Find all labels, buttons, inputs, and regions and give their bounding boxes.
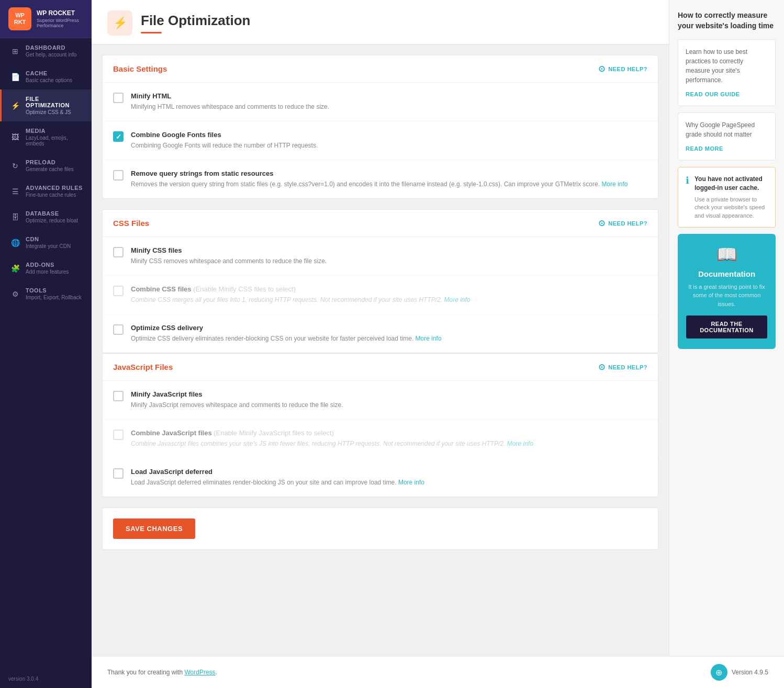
- info-icon: ℹ: [686, 175, 689, 220]
- right-sidebar: How to correctly measure your website's …: [669, 0, 784, 656]
- cdn-icon: 🌐: [10, 239, 20, 247]
- tip1-link[interactable]: READ OUR GUIDE: [686, 91, 740, 97]
- option-row-combine-google-fonts: Combine Google Fonts filesCombining Goog…: [103, 121, 658, 160]
- option-desc-combine-js: Combine Javascript files combines your s…: [131, 439, 533, 448]
- option-row-minify-html: Minify HTMLMinifying HTML removes whites…: [103, 83, 658, 121]
- page-body: ⚡ File Optimization Basic Settings ⊙ NEE…: [92, 0, 669, 656]
- save-changes-button[interactable]: SAVE CHANGES: [113, 518, 195, 539]
- option-row-combine-css: Combine CSS files (Enable Minify CSS fil…: [103, 276, 658, 314]
- option-title-combine-css: Combine CSS files (Enable Minify CSS fil…: [131, 285, 471, 293]
- option-desc-minify-html: Minifying HTML removes whitespace and co…: [131, 102, 329, 111]
- main-content: ⚡ File Optimization Basic Settings ⊙ NEE…: [92, 0, 784, 688]
- option-title-load-js-deferred: Load JavaScript deferred: [131, 468, 424, 476]
- js-help-icon: ⊙: [598, 362, 606, 372]
- option-desc-optimize-css-delivery: Optimize CSS delivery eliminates render-…: [131, 334, 442, 343]
- checkbox-combine-css[interactable]: [113, 286, 124, 296]
- sidebar-item-advanced-rules[interactable]: ☰ ADVANCED RULES Fine-tune cache rules: [0, 178, 92, 204]
- sidebar-logo: WPRKT WP ROCKET Superior WordPress Perfo…: [0, 0, 92, 38]
- js-files-title: JavaScript Files: [113, 363, 173, 371]
- sidebar-version: version 3.0.4: [0, 670, 92, 688]
- basic-settings-title: Basic Settings: [113, 64, 167, 73]
- basic-settings-section: Basic Settings ⊙ NEED HELP? Minify HTMLM…: [102, 55, 658, 199]
- footer-text: Thank you for creating with WordPress.: [107, 669, 217, 676]
- checkbox-remove-query-strings[interactable]: [113, 170, 124, 181]
- doc-title: Documentation: [686, 269, 767, 278]
- sidebar-item-database[interactable]: 🗄 DATABASE Optimize, reduce bloat: [0, 204, 92, 230]
- option-row-load-js-deferred: Load JavaScript deferredLoad JavaScript …: [103, 458, 658, 497]
- option-title-combine-google-fonts: Combine Google Fonts files: [131, 131, 318, 139]
- css-help-icon: ⊙: [598, 218, 606, 228]
- basic-settings-need-help[interactable]: ⊙ NEED HELP?: [598, 64, 647, 74]
- page-header-icon: ⚡: [107, 10, 132, 36]
- file-optimization-icon: ⚡: [113, 16, 127, 30]
- tools-icon: ⚙: [10, 290, 20, 298]
- page-header: ⚡ File Optimization: [92, 0, 669, 44]
- tip-card-1: Learn how to use best practices to corre…: [678, 39, 776, 106]
- version-icon: ⊕: [711, 664, 727, 681]
- database-icon: 🗄: [10, 213, 20, 221]
- css-need-help[interactable]: ⊙ NEED HELP?: [598, 218, 647, 228]
- tip1-desc: Learn how to use best practices to corre…: [686, 47, 768, 85]
- css-files-options: Minify CSS filesMinify CSS removes white…: [103, 237, 658, 353]
- save-area: SAVE CHANGES: [102, 507, 658, 550]
- read-documentation-button[interactable]: READ THE DOCUMENTATION: [686, 315, 767, 339]
- more-link-remove-query-strings[interactable]: More info: [601, 181, 628, 188]
- page-title: File Optimization: [141, 13, 250, 29]
- right-sidebar-title: How to correctly measure your website's …: [678, 10, 776, 31]
- option-row-minify-js: Minify JavaScript filesMinify JavaScript…: [103, 381, 658, 420]
- page-title-bar: [141, 32, 162, 33]
- dashboard-icon: ⊞: [10, 47, 20, 55]
- doc-desc: It is a great starting point to fix some…: [686, 283, 767, 309]
- checkbox-combine-google-fonts[interactable]: [113, 131, 124, 142]
- sidebar-item-file-optimization[interactable]: ⚡ FILE OPTIMIZATION Optimize CSS & JS: [0, 89, 92, 121]
- more-link-optimize-css-delivery[interactable]: More info: [416, 335, 442, 342]
- js-files-section: JavaScript Files ⊙ NEED HELP? Minify Jav…: [102, 353, 658, 497]
- cache-icon: 📄: [10, 73, 20, 81]
- checkbox-optimize-css-delivery[interactable]: [113, 324, 124, 335]
- option-desc-minify-css: Minify CSS removes whitespace and commen…: [131, 256, 327, 266]
- more-link-combine-js[interactable]: More info: [507, 440, 533, 447]
- option-desc-remove-query-strings: Removes the version query string from st…: [131, 179, 628, 189]
- sidebar: WPRKT WP ROCKET Superior WordPress Perfo…: [0, 0, 92, 688]
- book-icon: 📖: [686, 244, 767, 264]
- advanced-rules-icon: ☰: [10, 187, 20, 196]
- sidebar-item-cdn[interactable]: 🌐 CDN Integrate your CDN: [0, 230, 92, 255]
- more-link-combine-css[interactable]: More info: [444, 296, 470, 303]
- option-title-optimize-css-delivery: Optimize CSS delivery: [131, 324, 442, 332]
- basic-settings-options: Minify HTMLMinifying HTML removes whites…: [103, 83, 658, 198]
- preload-icon: ↻: [10, 162, 20, 170]
- option-row-minify-css: Minify CSS filesMinify CSS removes white…: [103, 237, 658, 276]
- option-row-remove-query-strings: Remove query strings from static resourc…: [103, 160, 658, 198]
- checkbox-minify-js[interactable]: [113, 391, 124, 401]
- logo-icon: WPRKT: [8, 7, 31, 30]
- option-title-minify-js: Minify JavaScript files: [131, 390, 343, 398]
- js-files-options: Minify JavaScript filesMinify JavaScript…: [103, 381, 658, 497]
- sidebar-item-tools[interactable]: ⚙ TOOLS Import, Export, Rollback: [0, 281, 92, 307]
- option-title-minify-html: Minify HTML: [131, 92, 329, 100]
- checkbox-minify-css[interactable]: [113, 247, 124, 257]
- checkbox-minify-html[interactable]: [113, 93, 124, 103]
- checkbox-load-js-deferred[interactable]: [113, 468, 124, 479]
- sidebar-nav: ⊞ DASHBOARD Get help, account info 📄 CAC…: [0, 38, 92, 670]
- tip2-desc: Why Google PageSpeed grade should not ma…: [686, 120, 768, 139]
- sidebar-item-cache[interactable]: 📄 CACHE Basic cache options: [0, 64, 92, 89]
- js-files-header: JavaScript Files ⊙ NEED HELP?: [103, 354, 658, 381]
- js-need-help[interactable]: ⊙ NEED HELP?: [598, 362, 647, 372]
- more-link-load-js-deferred[interactable]: More info: [398, 479, 424, 486]
- tip2-link[interactable]: READ MORE: [686, 145, 723, 152]
- wordpress-link[interactable]: WordPress: [184, 669, 215, 676]
- footer-version: ⊕ Version 4.9.5: [711, 664, 768, 681]
- version-text: Version 4.9.5: [732, 669, 768, 676]
- help-circle-icon: ⊙: [598, 64, 606, 74]
- checkbox-combine-js[interactable]: [113, 430, 124, 440]
- sidebar-item-add-ons[interactable]: 🧩 ADD-ONS Add more features: [0, 255, 92, 281]
- content-area: ⚡ File Optimization Basic Settings ⊙ NEE…: [92, 0, 784, 656]
- sidebar-item-dashboard[interactable]: ⊞ DASHBOARD Get help, account info: [0, 38, 92, 64]
- option-desc-combine-css: Combine CSS merges all your files into 1…: [131, 295, 471, 304]
- file-optimization-icon: ⚡: [10, 101, 20, 110]
- doc-card: 📖 Documentation It is a great starting p…: [678, 234, 776, 349]
- info-card-desc: Use a private browser to check your webs…: [695, 196, 768, 220]
- page-header-text: File Optimization: [141, 13, 250, 33]
- sidebar-item-media[interactable]: 🖼 MEDIA LazyLoad, emojis, embeds: [0, 121, 92, 153]
- sidebar-item-preload[interactable]: ↻ PRELOAD Generate cache files: [0, 153, 92, 178]
